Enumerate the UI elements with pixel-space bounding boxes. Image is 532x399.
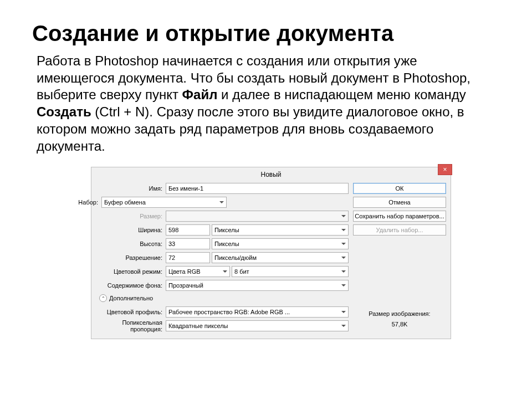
label-name: Имя: <box>96 185 166 192</box>
chevron-down-icon <box>341 270 346 273</box>
size-select <box>166 211 349 222</box>
resolution-unit-select[interactable]: Пикселы/дюйм <box>212 252 349 263</box>
height-input[interactable] <box>166 238 210 249</box>
background-select[interactable]: Прозрачный <box>166 280 349 291</box>
chevron-down-icon <box>341 284 346 287</box>
label-colormode: Цветовой режим: <box>96 268 166 275</box>
label-width: Ширина: <box>96 227 166 233</box>
name-input[interactable] <box>166 183 349 194</box>
save-preset-button[interactable]: Сохранить набор параметров... <box>353 211 446 222</box>
close-icon[interactable]: × <box>438 164 452 175</box>
bitdepth-select[interactable]: 8 бит <box>232 266 349 277</box>
chevron-down-icon <box>341 257 346 259</box>
colormode-select[interactable]: Цвета RGB <box>166 266 230 277</box>
chevron-down-icon <box>219 201 224 203</box>
width-input[interactable] <box>166 224 210 236</box>
advanced-toggle[interactable]: ⌃ Дополнительно <box>99 294 349 302</box>
label-size: Размер: <box>96 213 166 219</box>
slide-title: Создание и открытие документа <box>32 21 504 46</box>
chevron-down-icon <box>341 311 346 313</box>
colorprofile-select[interactable]: Рабочее пространство RGB: Adobe RGB ... <box>166 306 349 318</box>
chevron-down-icon <box>223 270 227 273</box>
chevron-down-icon <box>341 243 346 245</box>
pixelaspect-select[interactable]: Квадратные пикселы <box>166 320 349 331</box>
ok-button[interactable]: ОК <box>353 183 446 194</box>
slide-body: Работа в Photoshop начинается с создания… <box>32 53 504 155</box>
label-preset: Набор: <box>63 199 101 206</box>
collapse-icon: ⌃ <box>99 294 107 302</box>
label-background: Содержимое фона: <box>96 282 166 289</box>
chevron-down-icon <box>341 325 346 327</box>
new-document-dialog: × Новый Имя: Набор: Буфер обмена <box>91 167 451 339</box>
cancel-button[interactable]: Отмена <box>353 197 446 208</box>
delete-preset-button: Удалить набор... <box>353 224 446 236</box>
dialog-title: Новый <box>91 167 451 182</box>
preset-select[interactable]: Буфер обмена <box>101 197 227 208</box>
chevron-down-icon <box>341 215 346 217</box>
height-unit-select[interactable]: Пикселы <box>212 238 349 249</box>
label-pixelaspect: Попиксельная пропорция: <box>96 319 166 332</box>
chevron-down-icon <box>341 229 346 231</box>
label-height: Высота: <box>96 241 166 247</box>
resolution-input[interactable] <box>166 252 210 263</box>
label-profile: Цветовой профиль: <box>96 309 166 315</box>
image-size-value: 57,8K <box>353 319 446 330</box>
label-resolution: Разрешение: <box>96 254 166 261</box>
image-size-label: Размер изображения: <box>353 309 446 319</box>
width-unit-select[interactable]: Пикселы <box>212 224 349 236</box>
